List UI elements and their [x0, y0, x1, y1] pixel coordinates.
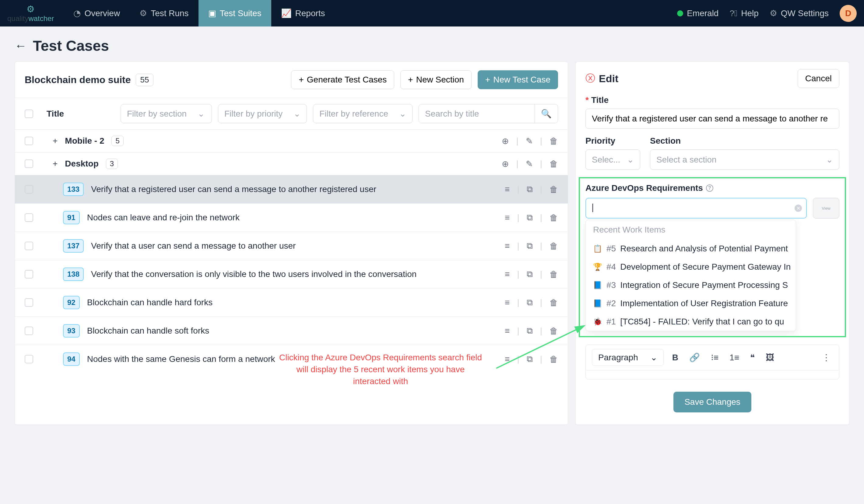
- case-row[interactable]: 138 Verify that the conversation is only…: [15, 260, 568, 288]
- case-checkbox[interactable]: [25, 298, 33, 307]
- filter-reference-select[interactable]: Filter by reference⌄: [313, 104, 412, 123]
- case-row[interactable]: 91 Nodes can leave and re-join the netwo…: [15, 203, 568, 232]
- case-row[interactable]: 133 Verify that a registered user can se…: [15, 175, 568, 203]
- title-input[interactable]: [586, 109, 839, 129]
- case-row[interactable]: 92 Blockchain can handle hard forks ≡| ⧉…: [15, 288, 568, 316]
- bold-icon[interactable]: B: [670, 353, 681, 362]
- filter-section-select[interactable]: Filter by section⌄: [121, 104, 212, 123]
- section-select[interactable]: Select a section⌄: [650, 149, 839, 170]
- delete-icon[interactable]: 🗑: [550, 213, 558, 223]
- section-checkbox[interactable]: [25, 137, 33, 145]
- delete-icon[interactable]: 🗑: [550, 159, 558, 169]
- section-count: 5: [111, 136, 123, 146]
- edit-icon[interactable]: ✎: [526, 159, 533, 169]
- more-icon[interactable]: ⋮: [819, 352, 833, 362]
- close-circle-icon[interactable]: ⓧ: [586, 72, 595, 85]
- azure-search-input[interactable]: [586, 198, 807, 218]
- priority-select[interactable]: Selec...⌄: [586, 149, 640, 170]
- delete-icon[interactable]: 🗑: [550, 354, 558, 364]
- link-icon[interactable]: 🔗: [687, 352, 702, 362]
- info-icon[interactable]: ?: [706, 184, 713, 192]
- copy-icon[interactable]: ⧉: [527, 184, 533, 194]
- team-selector[interactable]: Emerald: [677, 9, 719, 18]
- numbered-list-icon[interactable]: 1≡: [727, 353, 742, 362]
- copy-icon[interactable]: ⧉: [527, 269, 533, 279]
- chevron-down-icon: ⌄: [399, 109, 406, 119]
- case-checkbox[interactable]: [25, 326, 33, 335]
- bullet-list-icon[interactable]: ⁝≡: [708, 352, 721, 362]
- expand-icon[interactable]: +: [53, 159, 58, 169]
- case-checkbox[interactable]: [25, 355, 33, 363]
- nav-test-suites[interactable]: ▣Test Suites: [199, 0, 271, 26]
- drag-icon[interactable]: ≡: [505, 213, 509, 223]
- copy-icon[interactable]: ⧉: [527, 241, 533, 251]
- case-checkbox[interactable]: [25, 185, 33, 194]
- drag-icon[interactable]: ≡: [505, 298, 509, 308]
- add-icon[interactable]: ⊕: [502, 159, 509, 169]
- image-icon[interactable]: 🖼: [763, 352, 777, 362]
- nav-reports[interactable]: 📈Reports: [271, 0, 335, 26]
- cancel-button[interactable]: Cancel: [797, 69, 839, 88]
- chevron-down-icon: ⌄: [627, 155, 634, 165]
- work-item[interactable]: 🐞 #1 [TC854] - FAILED: Verify that I can…: [586, 313, 796, 331]
- filter-priority-select[interactable]: Filter by priority⌄: [218, 104, 307, 123]
- chevron-down-icon: ⌄: [293, 109, 300, 119]
- view-button[interactable]: View: [813, 198, 839, 218]
- generate-test-cases-button[interactable]: +Generate Test Cases: [291, 70, 394, 89]
- select-all-checkbox[interactable]: [25, 110, 33, 118]
- case-row[interactable]: 94 Nodes with the same Genesis can form …: [15, 345, 568, 373]
- delete-icon[interactable]: 🗑: [550, 136, 558, 146]
- nav-settings[interactable]: ⚙QW Settings: [770, 0, 829, 26]
- avatar[interactable]: D: [840, 5, 857, 22]
- work-item[interactable]: 📘 #2 Implementation of User Registration…: [586, 294, 796, 313]
- expand-icon[interactable]: +: [53, 136, 58, 146]
- copy-icon[interactable]: ⧉: [527, 354, 533, 364]
- nav-test-runs[interactable]: ⚙Test Runs: [130, 0, 199, 26]
- section-row-mobile[interactable]: + Mobile - 2 5 ⊕| ✎| 🗑: [15, 129, 568, 152]
- delete-icon[interactable]: 🗑: [550, 184, 558, 194]
- clear-icon[interactable]: ✕: [795, 205, 802, 212]
- copy-icon[interactable]: ⧉: [527, 326, 533, 336]
- work-item[interactable]: 🏆 #4 Development of Secure Payment Gatew…: [586, 258, 796, 276]
- save-changes-button[interactable]: Save Changes: [673, 392, 751, 412]
- add-icon[interactable]: ⊕: [502, 136, 509, 146]
- copy-icon[interactable]: ⧉: [527, 213, 533, 223]
- drag-icon[interactable]: ≡: [505, 184, 509, 194]
- edit-icon[interactable]: ✎: [526, 136, 533, 146]
- paragraph-select[interactable]: Paragraph⌄: [592, 349, 664, 366]
- nav-label: Help: [741, 9, 759, 18]
- quote-icon[interactable]: ❝: [748, 352, 757, 362]
- title-label: *Title: [586, 95, 839, 105]
- new-section-button[interactable]: +New Section: [400, 70, 471, 89]
- new-test-case-button[interactable]: +New Test Case: [478, 70, 558, 89]
- case-checkbox[interactable]: [25, 242, 33, 250]
- search-input[interactable]: [419, 105, 535, 123]
- nav-overview[interactable]: ◔Overview: [64, 0, 130, 26]
- logo[interactable]: ⚙ qualitywatcher: [7, 4, 54, 23]
- case-row[interactable]: 93 Blockchain can handle soft forks ≡| ⧉…: [15, 316, 568, 345]
- section-actions: ⊕| ✎| 🗑: [502, 159, 558, 169]
- search-icon[interactable]: 🔍: [535, 104, 558, 123]
- work-item[interactable]: 📋 #5 Research and Analysis of Potential …: [586, 240, 796, 258]
- editor-body[interactable]: [586, 370, 839, 380]
- copy-icon[interactable]: ⧉: [527, 298, 533, 308]
- case-title: Nodes with the same Genesis can form a n…: [87, 354, 497, 364]
- delete-icon[interactable]: 🗑: [550, 241, 558, 251]
- delete-icon[interactable]: 🗑: [550, 326, 558, 336]
- case-row[interactable]: 137 Verify that a user can send a messag…: [15, 232, 568, 260]
- drag-icon[interactable]: ≡: [505, 354, 509, 364]
- back-arrow-icon[interactable]: ←: [15, 39, 27, 53]
- drag-icon[interactable]: ≡: [505, 241, 509, 251]
- nav-label: Overview: [84, 9, 120, 18]
- case-checkbox[interactable]: [25, 270, 33, 278]
- delete-icon[interactable]: 🗑: [550, 269, 558, 279]
- case-checkbox[interactable]: [25, 213, 33, 222]
- section-row-desktop[interactable]: + Desktop 3 ⊕| ✎| 🗑: [15, 152, 568, 175]
- test-cases-panel: Blockchain demo suite 55 +Generate Test …: [15, 61, 568, 425]
- delete-icon[interactable]: 🗑: [550, 298, 558, 308]
- nav-help[interactable]: ?⃝Help: [730, 0, 758, 26]
- drag-icon[interactable]: ≡: [505, 326, 509, 336]
- section-checkbox[interactable]: [25, 159, 33, 168]
- work-item[interactable]: 📘 #3 Integration of Secure Payment Proce…: [586, 276, 796, 294]
- drag-icon[interactable]: ≡: [505, 269, 509, 279]
